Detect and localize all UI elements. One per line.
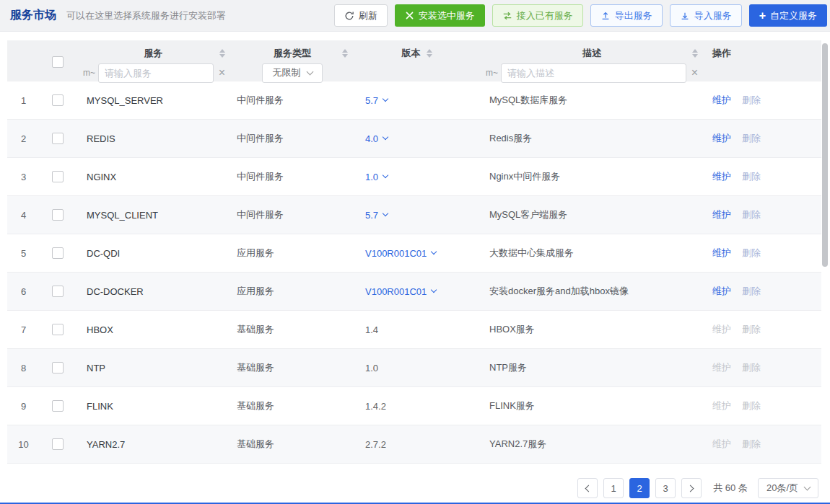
refresh-label: 刷新 (359, 9, 377, 22)
clear-service-filter-icon[interactable]: × (219, 67, 225, 79)
sort-icon[interactable] (427, 49, 432, 58)
column-header-version[interactable]: 版本 (402, 47, 421, 60)
chevron-down-icon (383, 172, 388, 178)
plus-icon: + (759, 10, 766, 22)
table-row: 5 DC-QDI 应用服务 V100R001C01 大数据中心集成服务 维护 删… (7, 234, 821, 273)
version-dropdown[interactable]: 4.0 (365, 133, 388, 144)
page-2-button[interactable]: 2 (629, 478, 650, 498)
custom-service-button[interactable]: + 自定义服务 (749, 4, 827, 27)
maintain-link[interactable]: 维护 (712, 285, 731, 298)
table-row: 2 REDIS 中间件服务 4.0 Redis服务 维护 删除 (7, 120, 821, 158)
install-selected-button[interactable]: 安装选中服务 (395, 4, 485, 27)
select-all-checkbox[interactable] (52, 56, 64, 68)
prev-page-button[interactable] (577, 478, 598, 498)
next-page-button[interactable] (681, 478, 702, 498)
maintain-link: 维护 (712, 361, 731, 374)
delete-link: 删除 (742, 208, 761, 221)
page-1-button[interactable]: 1 (603, 478, 624, 498)
column-header-service[interactable]: 服务 (144, 47, 163, 60)
chevron-down-icon (383, 211, 388, 216)
maintain-link: 维护 (712, 399, 731, 412)
table-row: 7 HBOX 基础服务 1.4 HBOX服务 维护 删除 (7, 311, 821, 349)
version-value: 2.7.2 (365, 439, 386, 450)
chevron-down-icon (804, 483, 811, 490)
service-desc: Nginx中间件服务 (480, 170, 704, 183)
row-checkbox[interactable] (52, 362, 64, 373)
version-value: 1.0 (365, 363, 378, 373)
delete-link: 删除 (742, 438, 761, 451)
row-checkbox[interactable] (52, 247, 64, 259)
services-table: 服务 m~ × 服务类型 无限制 (7, 40, 821, 464)
chevron-right-icon (687, 485, 694, 492)
service-name: HBOX (76, 324, 231, 335)
clear-desc-filter-icon[interactable]: × (691, 67, 698, 79)
row-index: 9 (7, 401, 40, 412)
row-checkbox[interactable] (52, 286, 64, 297)
row-index: 4 (7, 210, 40, 221)
export-services-button[interactable]: 导出服务 (590, 4, 663, 27)
row-index: 8 (7, 363, 40, 373)
install-label: 安装选中服务 (419, 9, 475, 22)
sort-icon[interactable] (219, 49, 225, 58)
version-value: 5.7 (365, 95, 378, 106)
vertical-scrollbar-thumb[interactable] (822, 43, 828, 267)
table-row: 4 MYSQL_CLIENT 中间件服务 5.7 MySQL客户端服务 维护 删… (7, 196, 821, 234)
row-checkbox[interactable] (52, 438, 64, 450)
type-filter-select[interactable]: 无限制 (262, 63, 323, 83)
pagination: 1 2 3 共 60 条 20条/页 (577, 478, 818, 498)
page-subtitle: 可以在这里选择系统服务进行安装部署 (66, 9, 326, 22)
service-type: 应用服务 (231, 247, 354, 260)
version-dropdown[interactable]: 5.7 (365, 95, 388, 106)
page-title: 服务市场 (10, 8, 56, 23)
service-type: 中间件服务 (231, 170, 354, 183)
table-header: 服务 m~ × 服务类型 无限制 (7, 40, 821, 81)
import-services-button[interactable]: 导入服务 (670, 4, 742, 27)
maintain-link[interactable]: 维护 (712, 247, 731, 260)
connect-existing-button[interactable]: 接入已有服务 (492, 4, 583, 27)
service-name: MYSQL_SERVER (76, 95, 231, 106)
maintain-link: 维护 (712, 323, 731, 336)
version-dropdown[interactable]: V100R001C01 (365, 248, 436, 259)
service-name: DC-DOCKER (76, 286, 231, 297)
maintain-link[interactable]: 维护 (712, 132, 731, 145)
maintain-link[interactable]: 维护 (712, 170, 731, 183)
row-checkbox[interactable] (52, 324, 64, 335)
row-checkbox[interactable] (52, 209, 64, 221)
delete-link: 删除 (742, 132, 761, 145)
refresh-button[interactable]: 刷新 (334, 4, 388, 27)
version-dropdown[interactable]: V100R001C01 (365, 286, 436, 297)
service-type: 中间件服务 (231, 132, 354, 145)
service-type: 基础服务 (231, 399, 354, 412)
row-checkbox[interactable] (52, 133, 64, 144)
table-row: 1 MYSQL_SERVER 中间件服务 5.7 MySQL数据库服务 维护 删… (7, 81, 821, 120)
topbar: 服务市场 可以在这里选择系统服务进行安装部署 刷新 安装选中服务 接入已有服务 (0, 0, 830, 32)
sort-icon[interactable] (342, 49, 348, 58)
maintain-link[interactable]: 维护 (712, 94, 731, 107)
row-checkbox[interactable] (52, 400, 64, 412)
service-filter-input[interactable] (98, 63, 214, 83)
column-header-ops: 操作 (712, 47, 731, 60)
column-header-desc[interactable]: 描述 (582, 47, 601, 60)
version-dropdown[interactable]: 5.7 (365, 210, 388, 221)
export-icon (600, 11, 611, 21)
desc-filter-prefix: m~ (486, 68, 498, 78)
maintain-link[interactable]: 维护 (712, 208, 731, 221)
table-row: 3 NGINX 中间件服务 1.0 Nginx中间件服务 维护 删除 (7, 158, 821, 196)
custom-label: 自定义服务 (770, 9, 817, 22)
sort-icon[interactable] (692, 49, 698, 58)
version-dropdown[interactable]: 1.0 (365, 172, 388, 182)
desc-filter-input[interactable] (501, 63, 686, 83)
service-name: YARN2.7 (76, 439, 231, 450)
table-row: 6 DC-DOCKER 应用服务 V100R001C01 安装docker服务a… (7, 273, 821, 311)
row-checkbox[interactable] (52, 94, 64, 106)
row-checkbox[interactable] (52, 171, 64, 182)
maintain-link: 维护 (712, 438, 731, 451)
chevron-down-icon (306, 68, 313, 75)
service-type: 基础服务 (231, 361, 354, 374)
import-icon (680, 11, 690, 21)
tools-icon (405, 11, 414, 20)
column-header-type[interactable]: 服务类型 (274, 47, 311, 60)
page-size-select[interactable]: 20条/页 (758, 478, 818, 498)
version-text: 1.4 (365, 324, 378, 335)
page-3-button[interactable]: 3 (655, 478, 676, 498)
